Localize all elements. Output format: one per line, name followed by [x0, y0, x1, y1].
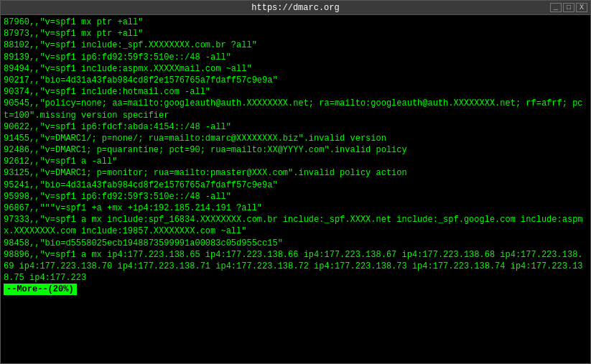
terminal-line: 89139,,"v=spf1 ip6:fd92:59f3:510e::/48 -… [4, 52, 587, 63]
terminal-line: 92612,,"v=spf1 a -all" [4, 156, 587, 167]
minimize-button[interactable]: _ [550, 3, 562, 12]
terminal-line: 96867,,"""v=spf1 +a +mx +ip4:192.185.214… [4, 202, 587, 214]
terminal-line: 90622,,"v=spf1 ip6:fdcf:abda:4154::/48 -… [4, 121, 587, 133]
terminal-line: 95241,,"bio=4d31a43fab984cd8f2e1576765a7… [4, 179, 587, 191]
terminal-line: 87960,,"v=spf1 mx ptr +all" [4, 17, 587, 28]
terminal-line: 95998,,"v=spf1 ip6:fd92:59f3:510e::/48 -… [4, 191, 587, 202]
terminal-line: 91455,,"v=DMARC1/; p=none/; rua=mailto:d… [4, 133, 587, 144]
terminal-line: 92486,,"v=DMARC1; p=quarantine; pct=90; … [4, 144, 587, 156]
more-indicator: --More--(20%) [4, 284, 77, 295]
terminal-output: 87960,,"v=spf1 mx ptr +all"87973,,"v=spf… [4, 17, 587, 284]
more-indicator-container: --More--(20%) [4, 284, 587, 295]
close-button[interactable]: X [576, 3, 587, 12]
terminal-line: 97333,,"v=spf1 a mx include:spf_16834.XX… [4, 214, 587, 237]
window-title: https://dmarc.org [251, 3, 339, 13]
terminal-line: 90374,,"v=spf1 include:hotmail.com -all" [4, 86, 587, 98]
terminal-window: https://dmarc.org _ □ X 87960,,"v=spf1 m… [0, 0, 591, 364]
terminal-line: 98896,,"v=spf1 a mx ip4:177.223.138.65 i… [4, 249, 587, 284]
terminal-line: 93125,,"v=DMARC1; p=monitor; rua=mailto:… [4, 167, 587, 179]
terminal-line: 88102,,"v=spf1 include:_spf.XXXXXXXX.com… [4, 39, 587, 51]
title-bar-buttons: _ □ X [550, 3, 587, 12]
terminal-line: 98458,,"bio=d5558025ecb1948873599991a000… [4, 238, 587, 249]
title-bar: https://dmarc.org _ □ X [1, 1, 590, 15]
terminal-body: 87960,,"v=spf1 mx ptr +all"87973,,"v=spf… [1, 15, 590, 363]
terminal-line: 90217,,"bio=4d31a43fab984cd8f2e1576765a7… [4, 75, 587, 86]
terminal-line: 89494,,"v=spf1 include:aspmx.XXXXXmail.c… [4, 63, 587, 75]
terminal-line: 87973,,"v=spf1 mx ptr +all" [4, 28, 587, 39]
terminal-line: 90545,,"policy=none; aa=mailto:googleaut… [4, 98, 587, 121]
maximize-button[interactable]: □ [563, 3, 574, 12]
